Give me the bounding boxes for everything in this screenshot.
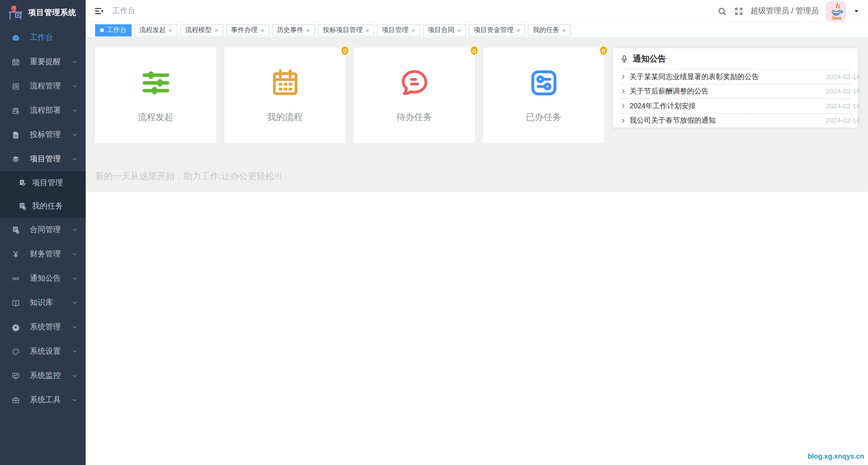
sidebar-subitem-my-tasks[interactable]: 我的任务	[0, 195, 86, 218]
sidebar-subitem-project-management-sub[interactable]: 项目管理	[0, 171, 86, 195]
sidebar-item-label: 工作台	[30, 33, 81, 43]
close-icon[interactable]: ×	[457, 27, 461, 33]
search-icon[interactable]	[717, 6, 727, 16]
doc-edit-icon	[18, 179, 27, 187]
app-logo: 项目管理系统	[0, 0, 86, 25]
tab-project-funds-management[interactable]: 项目资金管理×	[469, 24, 525, 36]
tab-label: 项目资金管理	[474, 25, 514, 35]
sidebar-item-bidding-management[interactable]: 投标管理	[0, 123, 86, 147]
chevron-up-icon	[71, 156, 78, 162]
chevron-right-icon	[620, 118, 626, 124]
tab-label: 项目管理	[382, 25, 409, 35]
sidebar-item-process-management[interactable]: 流程管理	[0, 74, 86, 98]
chevron-down-icon	[71, 59, 78, 65]
close-icon[interactable]: ×	[366, 27, 369, 33]
tab-project-management[interactable]: 项目管理×	[377, 24, 420, 36]
monitor-icon	[12, 371, 20, 380]
breadcrumb: 工作台	[112, 6, 135, 16]
tab-workbench[interactable]: 工作台	[95, 24, 131, 36]
notice-list: 关于某某同志业绩显著的表彰奖励的公告2024-02-14关于节后薪酬调整的公告2…	[620, 70, 851, 128]
close-icon[interactable]: ×	[169, 27, 173, 33]
sidebar-item-system-monitor[interactable]: 系统监控	[0, 364, 86, 388]
layers-icon	[12, 155, 20, 163]
tab-label: 历史事件	[277, 25, 304, 35]
notice-item[interactable]: 我公司关于春节放假的通知2024-02-14	[620, 113, 851, 128]
caret-down-icon[interactable]	[854, 8, 860, 14]
sidebar-item-workbench[interactable]: 工作台	[0, 25, 86, 50]
tab-process-initiate[interactable]: 流程发起×	[134, 24, 178, 36]
close-icon[interactable]: ×	[516, 27, 520, 33]
sidebar-item-knowledge-base[interactable]: 知识库	[0, 291, 86, 315]
calendar-icon	[12, 58, 20, 66]
close-icon[interactable]: ×	[562, 27, 566, 33]
chevron-right-icon	[620, 103, 626, 109]
sidebar-item-process-deployment[interactable]: 流程部署	[0, 98, 86, 123]
current-user: 超级管理员 / 管理员	[750, 6, 819, 16]
footer-blog-link[interactable]: blog.xg.xnqys.cn	[808, 452, 864, 460]
doc-gear-icon	[18, 202, 27, 210]
sidebar: 项目管理系统 工作台重要提醒流程管理流程部署投标管理项目管理项目管理我的任务合同…	[0, 0, 86, 465]
notice-item[interactable]: 关于某某同志业绩显著的表彰奖励的公告2024-02-14	[620, 70, 851, 84]
card-process-initiate[interactable]: 流程发起	[95, 47, 216, 143]
card-done-tasks[interactable]: 0已办任务	[483, 47, 604, 143]
tab-bar: 工作台流程发起×流程模型×事件办理×历史事件×投标项目管理×项目管理×项目合同×…	[86, 23, 868, 38]
sidebar-item-system-tools[interactable]: 系统工具	[0, 388, 86, 412]
topbar-right: 超级管理员 / 管理员 Java	[717, 1, 860, 22]
chevron-down-icon	[71, 348, 78, 355]
sidebar-item-label: 系统设置	[30, 346, 71, 357]
notice-item-date: 2024-02-14	[826, 102, 860, 110]
close-icon[interactable]: ×	[260, 27, 265, 33]
sidebar-item-label: 系统工具	[30, 395, 71, 405]
sidebar-item-contract-management[interactable]: 合同管理	[0, 218, 86, 242]
book-icon	[12, 299, 20, 307]
card-my-processes[interactable]: 0我的流程	[224, 47, 346, 143]
sidebar-item-important-reminder[interactable]: 重要提醒	[0, 50, 86, 74]
sidebar-item-label: 系统监控	[30, 371, 71, 381]
workbench-content: 流程发起0我的流程0待办任务0已办任务 通知公告 关于某某同志业绩显著的表彰奖励…	[86, 38, 868, 192]
tab-my-tasks[interactable]: 我的任务×	[528, 24, 571, 36]
chevron-down-icon	[71, 83, 78, 90]
sidebar-item-project-management[interactable]: 项目管理	[0, 147, 86, 171]
card-label: 待办任务	[397, 111, 432, 123]
sidebar-item-notice-announcement[interactable]: 通知公告	[0, 266, 86, 291]
chevron-right-icon	[620, 74, 626, 80]
tab-label: 项目合同	[428, 25, 454, 35]
topbar: 工作台 超级管理员 / 管理员 Java	[86, 0, 868, 23]
desk-chair-logo-icon	[7, 4, 24, 21]
tab-label: 事件办理	[231, 25, 257, 35]
tab-event-handling[interactable]: 事件办理×	[226, 24, 269, 36]
chevron-down-icon	[71, 324, 78, 330]
tab-process-model[interactable]: 流程模型×	[180, 24, 223, 36]
fullscreen-icon[interactable]	[734, 6, 743, 16]
close-icon[interactable]: ×	[306, 27, 310, 33]
sidebar-item-finance-management[interactable]: 财务管理	[0, 242, 86, 266]
sidebar-item-label: 流程部署	[30, 106, 71, 115]
mic-icon	[620, 54, 628, 63]
sidebar-item-label: 合同管理	[30, 225, 71, 235]
sidebar-collapse-icon[interactable]	[94, 6, 104, 16]
process-log-icon	[12, 82, 20, 90]
notice-item-date: 2024-02-14	[826, 117, 860, 125]
close-icon[interactable]: ×	[214, 27, 218, 33]
sliders-icon	[140, 67, 171, 98]
avatar-label: Java	[826, 16, 846, 20]
card-todo-tasks[interactable]: 0待办任务	[354, 47, 475, 143]
tab-history-events[interactable]: 历史事件×	[272, 24, 315, 36]
notice-item-title: 我公司关于春节放假的通知	[630, 115, 716, 126]
notice-item-title: 关于节后薪酬调整的公告	[630, 87, 709, 96]
avatar[interactable]: Java	[826, 1, 846, 22]
chevron-down-icon	[71, 227, 78, 233]
notice-header: 通知公告	[620, 48, 851, 70]
notice-item[interactable]: 关于节后薪酬调整的公告2024-02-14	[620, 84, 851, 99]
tab-label: 流程模型	[185, 25, 212, 35]
tab-project-contract[interactable]: 项目合同×	[423, 24, 466, 36]
main-area: 工作台 超级管理员 / 管理员 Java 工作台流程发起×流程模型×事件办理×历…	[86, 0, 868, 465]
notice-title: 通知公告	[633, 53, 666, 64]
tab-bidding-project-management[interactable]: 投标项目管理×	[318, 24, 374, 36]
chevron-down-icon	[71, 132, 78, 138]
notice-item[interactable]: 2024年工作计划安排2024-02-14	[620, 99, 851, 113]
sidebar-item-system-settings[interactable]: 系统设置	[0, 339, 86, 364]
notice-panel: 通知公告 关于某某同志业绩显著的表彰奖励的公告2024-02-14关于节后薪酬调…	[613, 47, 859, 128]
sidebar-item-system-management[interactable]: 系统管理	[0, 315, 86, 339]
close-icon[interactable]: ×	[411, 27, 415, 33]
